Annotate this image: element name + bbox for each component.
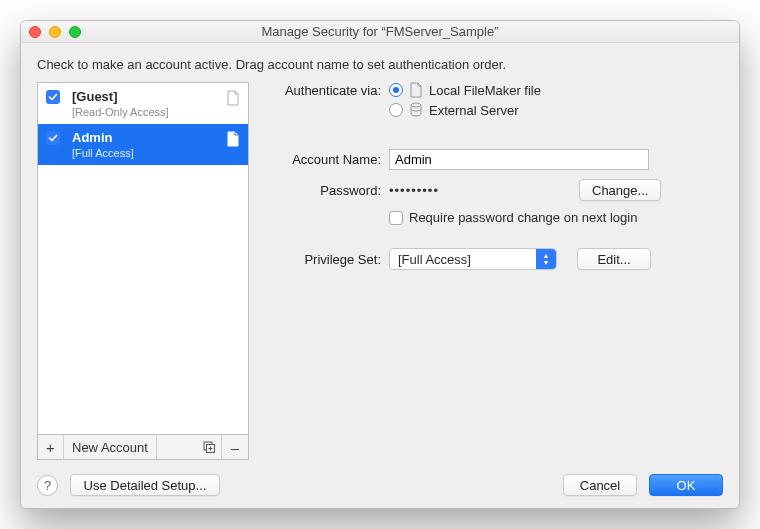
auth-local-label: Local FileMaker file xyxy=(429,83,541,98)
file-icon xyxy=(409,82,423,98)
account-form: Authenticate via: Local FileMaker file xyxy=(263,82,723,460)
accounts-toolbar: + New Account – xyxy=(37,434,249,460)
security-window: Manage Security for “FMServer_Sample” Ch… xyxy=(20,20,740,509)
minimize-icon[interactable] xyxy=(49,26,61,38)
titlebar: Manage Security for “FMServer_Sample” xyxy=(21,21,739,43)
password-label: Password: xyxy=(269,183,389,198)
active-checkbox[interactable] xyxy=(46,90,60,104)
select-arrows-icon: ▲▼ xyxy=(536,249,556,269)
account-name-input[interactable] xyxy=(389,149,649,170)
auth-local-radio[interactable] xyxy=(389,83,403,97)
account-row-admin[interactable]: Admin [Full Access] xyxy=(38,124,248,165)
require-change-checkbox[interactable] xyxy=(389,211,403,225)
file-icon xyxy=(226,131,240,147)
cancel-button[interactable]: Cancel xyxy=(563,474,637,496)
instruction-text: Check to make an account active. Drag ac… xyxy=(37,57,723,72)
database-icon xyxy=(409,102,423,118)
account-privilege: [Full Access] xyxy=(72,147,240,159)
window-title: Manage Security for “FMServer_Sample” xyxy=(21,24,739,39)
ok-button[interactable]: OK xyxy=(649,474,723,496)
auth-external-radio[interactable] xyxy=(389,103,403,117)
svg-point-4 xyxy=(411,103,421,107)
accounts-list[interactable]: [Guest] [Read-Only Access] Admin [Full A… xyxy=(37,82,249,434)
authenticate-label: Authenticate via: xyxy=(269,82,389,98)
close-icon[interactable] xyxy=(29,26,41,38)
dialog-footer: ? Use Detailed Setup... Cancel OK xyxy=(37,474,723,496)
change-password-button[interactable]: Change... xyxy=(579,179,661,201)
privilege-set-value: [Full Access] xyxy=(398,252,471,267)
add-account-button[interactable]: + xyxy=(38,435,64,459)
account-name-label: Account Name: xyxy=(269,152,389,167)
window-controls xyxy=(29,26,81,38)
remove-account-button[interactable]: – xyxy=(222,435,248,459)
privilege-set-select[interactable]: [Full Access] ▲▼ xyxy=(389,248,557,270)
duplicate-account-button[interactable] xyxy=(196,435,222,459)
account-name: [Guest] xyxy=(72,89,240,104)
edit-privilege-button[interactable]: Edit... xyxy=(577,248,651,270)
password-field: ••••••••• xyxy=(389,180,579,201)
new-account-label[interactable]: New Account xyxy=(64,435,157,459)
zoom-icon[interactable] xyxy=(69,26,81,38)
file-icon xyxy=(226,90,240,106)
content-area: Check to make an account active. Drag ac… xyxy=(21,43,739,508)
require-change-label: Require password change on next login xyxy=(409,210,637,225)
account-name: Admin xyxy=(72,130,240,145)
detailed-setup-button[interactable]: Use Detailed Setup... xyxy=(70,474,220,496)
auth-external-label: External Server xyxy=(429,103,519,118)
privilege-set-label: Privilege Set: xyxy=(269,252,389,267)
account-row-guest[interactable]: [Guest] [Read-Only Access] xyxy=(38,83,248,124)
account-privilege: [Read-Only Access] xyxy=(72,106,240,118)
accounts-sidebar: [Guest] [Read-Only Access] Admin [Full A… xyxy=(37,82,249,460)
help-button[interactable]: ? xyxy=(37,475,58,496)
active-checkbox[interactable] xyxy=(46,131,60,145)
